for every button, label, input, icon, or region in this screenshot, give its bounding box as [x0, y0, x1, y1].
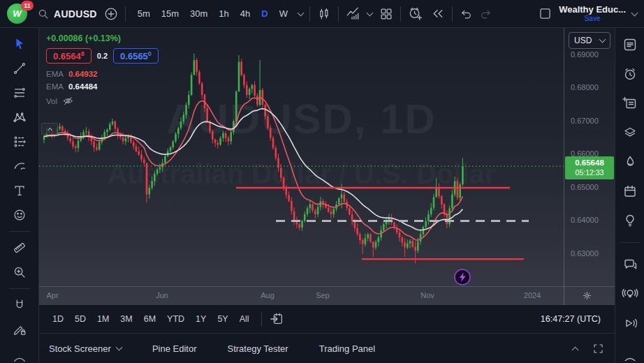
spread-value: 0.2: [97, 52, 108, 60]
layout-title-menu[interactable]: Wealthy Educ... Save: [559, 5, 626, 22]
separator: [261, 312, 262, 326]
trend-line-tool[interactable]: [8, 58, 31, 79]
clock-display[interactable]: 16:47:27 (UTC): [541, 314, 606, 324]
ema2-label: EMA: [46, 82, 64, 91]
currency-label: USD: [574, 36, 592, 45]
legend-collapse-button[interactable]: [41, 123, 58, 135]
trend-line-icon: [12, 61, 27, 76]
time-label-Sep: Sep: [316, 291, 330, 299]
ema-row-1[interactable]: EMA 0.64932: [46, 70, 159, 78]
timeframe-15m[interactable]: 15m: [157, 6, 183, 21]
layout-chevron-icon[interactable]: [631, 9, 638, 16]
compare-add-button[interactable]: [103, 6, 119, 22]
partial-circle-icon: [622, 344, 638, 361]
drawing-lock[interactable]: [8, 319, 31, 340]
range-5y[interactable]: 5Y: [212, 311, 233, 327]
fib-retracement-tool[interactable]: [8, 82, 31, 103]
range-6m[interactable]: 6M: [139, 311, 161, 327]
chart-pane[interactable]: AUDUSD, 1D Australian Dollar / U.S. Doll…: [39, 28, 564, 286]
alerts-button[interactable]: [620, 64, 641, 84]
text-tool[interactable]: [8, 180, 31, 201]
panel-strategy-tester[interactable]: Strategy Tester: [227, 343, 288, 354]
undo-button[interactable]: [459, 7, 473, 21]
text-icon: [12, 183, 27, 198]
hidden-button-partial[interactable]: [620, 343, 641, 362]
brush-tool[interactable]: [8, 156, 31, 177]
ideas-button[interactable]: [620, 211, 641, 230]
timeframe-W[interactable]: W: [275, 6, 292, 21]
last-price-badge: 0.65648 05:12:33: [565, 156, 614, 179]
fullscreen-icon: [592, 342, 605, 355]
pattern-tool[interactable]: [8, 107, 31, 128]
tradingview-app: W 11 AUDUSD 5m15m30m1h4hDW: [0, 0, 644, 363]
ema1-label: EMA: [46, 70, 64, 78]
symbol-name: AUDUSD: [54, 8, 97, 20]
plus-circle-icon: [103, 6, 119, 22]
layout-grid-button[interactable]: [379, 6, 394, 22]
separator: [338, 6, 339, 22]
calendar-icon: [622, 183, 638, 200]
sell-button[interactable]: 0.65648: [46, 48, 92, 64]
fullscreen-button[interactable]: [592, 342, 605, 355]
timeframe-chevron-icon[interactable]: [298, 9, 305, 16]
alert-button[interactable]: [407, 6, 423, 22]
range-3m[interactable]: 3M: [115, 311, 137, 327]
watchlist-button[interactable]: [620, 35, 641, 54]
ruler-icon: [12, 240, 27, 255]
range-5d[interactable]: 5D: [70, 311, 91, 327]
price-scale[interactable]: USD 0.65648 05:12:33 0.690000.680000.670…: [564, 28, 615, 305]
range-1m[interactable]: 1M: [92, 311, 114, 327]
indicators-chevron-icon[interactable]: [367, 9, 374, 16]
bar-replay-button[interactable]: [430, 6, 446, 22]
range-1y[interactable]: 1Y: [191, 311, 211, 327]
ema-row-2[interactable]: EMA 0.64484: [46, 82, 159, 91]
indicators-button[interactable]: [345, 6, 361, 22]
currency-button[interactable]: USD: [569, 32, 610, 49]
volume-row[interactable]: Vol: [46, 95, 159, 107]
eye-off-icon[interactable]: [62, 95, 74, 107]
chat-button[interactable]: [620, 255, 641, 274]
timeframe-5m[interactable]: 5m: [133, 6, 154, 21]
forecast-tool[interactable]: [8, 131, 31, 152]
broadcast-ideas-button[interactable]: [620, 284, 641, 304]
timeframe-D[interactable]: D: [257, 6, 272, 21]
buy-button[interactable]: 0.65650: [113, 48, 159, 64]
symbol-search[interactable]: AUDUSD: [37, 8, 97, 20]
emoji-tool[interactable]: [8, 205, 31, 225]
brush-icon: [12, 158, 27, 174]
candlestick-icon: [316, 6, 332, 22]
save-layout-button[interactable]: [538, 6, 552, 21]
separator: [400, 6, 401, 22]
hidden-tool-partial[interactable]: [8, 343, 31, 363]
timeframe-1h[interactable]: 1h: [214, 6, 233, 21]
chevron-down-icon: [115, 344, 122, 351]
notes-button[interactable]: [620, 94, 641, 113]
redo-button[interactable]: [479, 7, 493, 21]
zoom-in-tool[interactable]: [8, 262, 31, 283]
chart-type-button[interactable]: [316, 6, 332, 22]
range-1d[interactable]: 1D: [47, 311, 68, 327]
measure-tool[interactable]: [8, 237, 31, 258]
object-tree-button[interactable]: [620, 123, 641, 142]
save-link[interactable]: Save: [585, 15, 601, 22]
time-axis[interactable]: AprJunAugSepNov2024: [39, 286, 615, 305]
magnet-mode[interactable]: [8, 295, 31, 316]
panel-trading-panel[interactable]: Trading Panel: [319, 343, 375, 354]
cursor-tool[interactable]: [8, 34, 31, 54]
panel-stock-screener[interactable]: Stock Screener: [49, 343, 122, 354]
streams-button[interactable]: [620, 313, 641, 333]
panel-pine-editor[interactable]: Pine Editor: [152, 343, 197, 354]
indicators-icon: [345, 6, 361, 22]
right-sidebar: [615, 28, 644, 363]
account-menu[interactable]: W 11: [7, 3, 31, 24]
go-to-date-button[interactable]: [269, 311, 284, 327]
timeframe-30m[interactable]: 30m: [186, 6, 212, 21]
range-all[interactable]: All: [235, 311, 254, 327]
range-ytd[interactable]: YTD: [162, 311, 189, 327]
hotlists-button[interactable]: [620, 152, 641, 172]
redo-arrow-icon: [479, 7, 493, 21]
panel-expand-button[interactable]: [573, 345, 578, 353]
calendar-button[interactable]: [620, 182, 641, 201]
timeframe-4h[interactable]: 4h: [236, 6, 254, 21]
time-label-Aug: Aug: [261, 291, 275, 299]
